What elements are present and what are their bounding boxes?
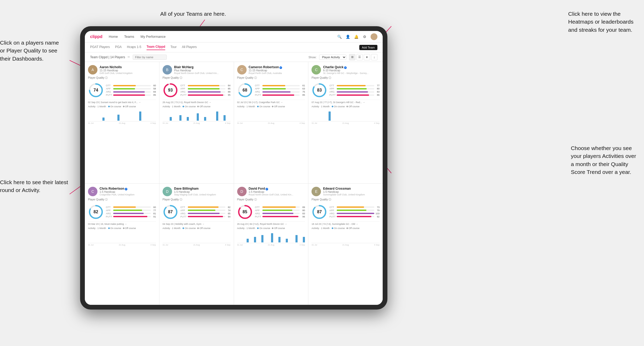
- bar-label: OTT: [180, 84, 187, 87]
- player-name[interactable]: Aaron Nicholls: [100, 65, 156, 69]
- show-select[interactable]: Player Activity: [319, 55, 346, 60]
- quality-section[interactable]: 68 OTT 61 APP: [237, 82, 305, 98]
- player-name[interactable]: Blair McHarg: [174, 65, 231, 69]
- quality-section[interactable]: 82 OTT 60 APP: [88, 204, 156, 220]
- tab-hcaps[interactable]: Hcaps 1-5: [127, 45, 141, 50]
- tab-pgat[interactable]: PGAT Players: [90, 45, 110, 50]
- activity-bar: [197, 113, 199, 121]
- activity-x-labels: 31 Jul 21 Aug 4 Sep: [88, 244, 156, 246]
- x-label-3: 4 Sep: [225, 122, 231, 124]
- quality-ring[interactable]: 87: [163, 204, 178, 220]
- latest-round[interactable]: 02 Jul 23 | 59 (+17), Craigmillar Park G…: [237, 100, 305, 104]
- list-view-icon[interactable]: ☰: [356, 54, 363, 60]
- bar-track: [262, 94, 300, 96]
- filter-icon[interactable]: ▼: [364, 54, 370, 60]
- quality-ring[interactable]: 74: [88, 82, 104, 98]
- sort-icon[interactable]: ↕: [371, 54, 377, 60]
- tab-all-players[interactable]: All Players: [182, 45, 197, 50]
- latest-round[interactable]: 26 Aug 23 | 73 (+1), Royal North Devon G…: [163, 100, 231, 104]
- quality-bar-row: APP 85: [180, 87, 231, 90]
- toolbar-title: Team Clippd | 14 Players: [90, 55, 125, 59]
- edit-icon[interactable]: ✏: [128, 55, 130, 59]
- quality-ring[interactable]: 82: [88, 204, 104, 220]
- player-name[interactable]: Edward Crossman: [323, 187, 380, 190]
- bar-fill: [188, 91, 221, 93]
- legend-on-course: On course: [257, 105, 270, 108]
- grid-view-icon[interactable]: ⊞: [349, 54, 355, 60]
- quality-score: 68: [243, 88, 247, 93]
- bar-label: OTT: [180, 206, 187, 209]
- quality-bar-row: ARG 75: [255, 91, 305, 93]
- quality-section[interactable]: 83 OTT 77 APP: [311, 82, 380, 98]
- latest-round[interactable]: 03 Mar 23 | 19, Must make putting →: [88, 221, 156, 225]
- nav-item-home[interactable]: Home: [109, 35, 118, 39]
- tab-tour[interactable]: Tour: [170, 45, 176, 50]
- player-card[interactable]: C Chris Robertson✓ 1-5 Handicap Craigmil…: [85, 184, 159, 305]
- bar-label: PUTT: [180, 215, 187, 218]
- x-label-1: 31 Jul: [237, 122, 243, 124]
- x-label-3: 4 Sep: [299, 122, 305, 124]
- player-name[interactable]: Charlie Quick✓: [323, 65, 380, 69]
- quality-section[interactable]: 87 OTT 73 APP: [311, 204, 380, 220]
- latest-round[interactable]: 04 Sep 23 | Mobility with coach, Gym →: [163, 221, 231, 225]
- bar-fill: [337, 91, 368, 93]
- nav-item-teams[interactable]: Teams: [124, 35, 134, 39]
- nav-item-performance[interactable]: My Performance: [141, 35, 165, 39]
- bar-label: PUTT: [106, 215, 112, 218]
- activity-chart: [88, 230, 156, 243]
- player-card[interactable]: C Charlie Quick✓ 6-10 Handicap St. Georg…: [308, 62, 383, 183]
- quality-ring[interactable]: 85: [237, 204, 253, 220]
- add-team-button[interactable]: Add Team: [359, 45, 377, 50]
- player-name[interactable]: Dave Billingham: [174, 187, 231, 190]
- quality-section[interactable]: 74 OTT 60 APP: [88, 82, 156, 98]
- search-input[interactable]: [133, 55, 167, 60]
- quality-section[interactable]: 87 OTT 82 APP: [163, 204, 231, 220]
- quality-ring[interactable]: 93: [163, 82, 178, 98]
- player-card[interactable]: B Blair McHarg Plus Handicap Royal North…: [159, 62, 234, 183]
- latest-round[interactable]: 26 Aug 23 | 84 (+12), Royal North Devon …: [237, 221, 305, 225]
- avatar-icon[interactable]: [371, 33, 377, 40]
- activity-legend: On course Off course: [332, 105, 360, 108]
- player-card[interactable]: D David Ford✓ 1-5 Handicap Royal North D…: [234, 184, 308, 305]
- profile-icon[interactable]: 👤: [345, 34, 350, 39]
- latest-round[interactable]: 02 Sep 23 | Sunset round to get back int…: [88, 100, 156, 104]
- activity-chart: [163, 230, 231, 243]
- quality-ring[interactable]: 83: [311, 82, 327, 98]
- quality-section[interactable]: 93 OTT 84 APP: [163, 82, 231, 98]
- quality-ring[interactable]: 87: [311, 204, 327, 220]
- player-name[interactable]: Chris Robertson✓: [100, 187, 156, 190]
- player-card[interactable]: A Aaron Nicholls 11-15 Handicap Drift Go…: [85, 62, 159, 183]
- player-card[interactable]: C Cameron Robertson✓ 11-15 Handicap Roya…: [234, 62, 308, 183]
- bar-value: 79: [375, 209, 380, 212]
- activity-section: Activity · 1 Month On course Off course: [163, 227, 231, 246]
- quality-ring[interactable]: 68: [237, 82, 253, 98]
- bar-label: APP: [329, 209, 336, 212]
- player-info: Charlie Quick✓ 6-10 Handicap St. George'…: [323, 65, 380, 74]
- player-card[interactable]: E Edward Crossman 1-5 Handicap Sunningda…: [308, 184, 383, 305]
- legend-on-course: On course: [183, 105, 196, 108]
- quality-section[interactable]: 85 OTT 89 APP: [237, 204, 305, 220]
- player-name[interactable]: David Ford✓: [249, 187, 305, 190]
- bar-value: 61: [301, 84, 305, 87]
- player-handicap: 1-5 Handicap: [323, 190, 380, 193]
- tab-pga[interactable]: PGA: [115, 45, 122, 50]
- quality-bar-row: APP 77: [106, 209, 156, 212]
- tab-team-clippd[interactable]: Team Clippd: [147, 45, 165, 50]
- quality-bar-row: PUTT 85: [106, 94, 156, 96]
- bell-icon[interactable]: 🔔: [354, 34, 359, 39]
- player-name[interactable]: Cameron Robertson✓: [249, 65, 305, 69]
- activity-bar: [329, 111, 331, 121]
- bar-label: ARG: [255, 212, 261, 215]
- players-grid: A Aaron Nicholls 11-15 Handicap Drift Go…: [85, 62, 383, 305]
- bar-value: 88: [226, 91, 231, 93]
- annotation-left-bottom: Click here to see their latestround or A…: [0, 178, 68, 194]
- activity-bar: [295, 235, 298, 242]
- activity-bar: [261, 235, 263, 242]
- search-icon[interactable]: 🔍: [337, 34, 342, 39]
- latest-round[interactable]: 18 Jul 23 | 74 (+4), Sunningdale GC - Ol…: [311, 221, 380, 225]
- bar-fill: [113, 216, 147, 217]
- latest-round[interactable]: 07 Aug 23 | 77 (+7), St George's Hill GC…: [311, 100, 380, 104]
- player-card[interactable]: D Dave Billingham 1-5 Handicap Stag Magi…: [159, 184, 234, 305]
- bar-track: [113, 88, 151, 89]
- settings-icon[interactable]: ⚙: [362, 34, 367, 39]
